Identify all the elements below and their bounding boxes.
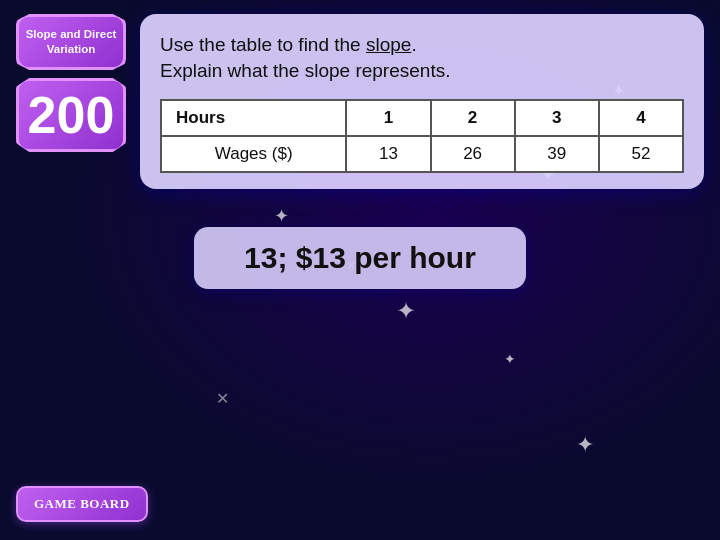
- row-label: Wages ($): [161, 136, 346, 172]
- question-line1-end: .: [411, 34, 416, 55]
- question-text: Use the table to find the slope. Explain…: [160, 32, 684, 83]
- row-val-1: 13: [346, 136, 430, 172]
- col-header-4: 4: [599, 100, 683, 136]
- answer-section: 13; $13 per hour: [16, 227, 704, 289]
- left-badges: Slope and Direct Variation 200: [16, 14, 126, 152]
- category-badge: Slope and Direct Variation: [16, 14, 126, 70]
- col-header-label: Hours: [161, 100, 346, 136]
- score-value: 200: [28, 86, 115, 144]
- col-header-1: 1: [346, 100, 430, 136]
- top-row: Slope and Direct Variation 200 Use the t…: [16, 14, 704, 189]
- table-data-row: Wages ($) 13 26 39 52: [161, 136, 683, 172]
- data-table: Hours 1 2 3 4 Wages ($) 13 26 39 52: [160, 99, 684, 173]
- col-header-2: 2: [431, 100, 515, 136]
- question-underline: slope: [366, 34, 411, 55]
- table-header-row: Hours 1 2 3 4: [161, 100, 683, 136]
- row-val-4: 52: [599, 136, 683, 172]
- game-board-button[interactable]: GAME BOARD: [16, 486, 148, 522]
- score-badge: 200: [16, 78, 126, 152]
- question-line2: Explain what the slope represents.: [160, 60, 450, 81]
- answer-card: 13; $13 per hour: [194, 227, 526, 289]
- page: Slope and Direct Variation 200 Use the t…: [0, 0, 720, 540]
- question-line1-pre: Use the table to find the: [160, 34, 366, 55]
- game-board-label: GAME BOARD: [34, 496, 130, 511]
- row-val-3: 39: [515, 136, 599, 172]
- row-val-2: 26: [431, 136, 515, 172]
- category-label: Slope and Direct Variation: [26, 28, 117, 55]
- content-card: Use the table to find the slope. Explain…: [140, 14, 704, 189]
- answer-text: 13; $13 per hour: [244, 241, 476, 274]
- col-header-3: 3: [515, 100, 599, 136]
